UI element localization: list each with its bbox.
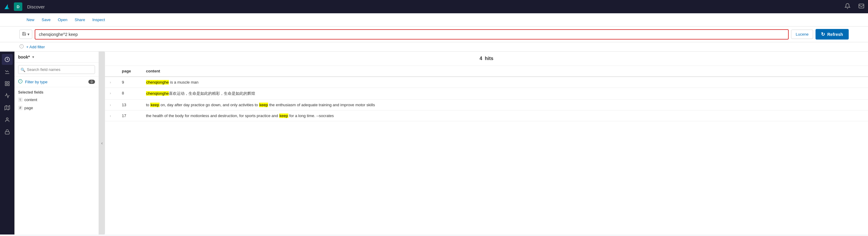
field-item-content[interactable]: t content bbox=[14, 96, 99, 104]
share-button[interactable]: Share bbox=[74, 18, 85, 22]
table-row: ›13to keep on, day after day practice go… bbox=[105, 99, 868, 111]
search-field-wrap: 🔍 bbox=[14, 63, 99, 77]
filter-bar: + Add filter bbox=[0, 42, 868, 52]
hits-label: hits bbox=[485, 56, 493, 61]
filter-type-label: Filter by type bbox=[25, 80, 86, 84]
content-col-header: content bbox=[141, 66, 868, 77]
save-icon bbox=[22, 32, 26, 37]
mail-icon[interactable] bbox=[858, 3, 864, 10]
table-row: ›9chenqionghe is a muscle man bbox=[105, 77, 868, 88]
results-table: page content ›9chenqionghe is a muscle m… bbox=[105, 66, 868, 121]
search-field-inner: 🔍 bbox=[18, 65, 95, 74]
table-row: ›17the health of the body for motionless… bbox=[105, 111, 868, 121]
field-panel: book* ▾ 🔍 Filter by type 0 Selected fiel… bbox=[14, 52, 99, 235]
highlight-term: chenqionghe bbox=[146, 91, 169, 96]
refresh-icon: ↻ bbox=[821, 31, 825, 37]
notifications-icon[interactable] bbox=[844, 3, 850, 10]
query-input-wrap bbox=[35, 29, 789, 39]
results-tbody: ›9chenqionghe is a muscle man›8chenqiong… bbox=[105, 77, 868, 121]
expand-cell[interactable]: › bbox=[105, 111, 117, 121]
page-col-header: page bbox=[117, 66, 141, 77]
field-item-page[interactable]: # page bbox=[14, 104, 99, 112]
svg-rect-6 bbox=[7, 82, 9, 83]
page-cell: 8 bbox=[117, 88, 141, 99]
content-cell: chenqionghe喜欢运动，生命是如此的精彩，生命是如此的辉煌 bbox=[141, 88, 868, 99]
svg-rect-0 bbox=[859, 4, 864, 8]
highlight-term: keep bbox=[259, 102, 268, 107]
expand-button[interactable]: › bbox=[110, 103, 111, 107]
index-pattern-label: book* bbox=[18, 55, 30, 59]
index-pattern-header[interactable]: book* ▾ bbox=[14, 52, 99, 63]
svg-marker-9 bbox=[4, 106, 10, 110]
save-query-button[interactable]: ▾ bbox=[19, 30, 32, 39]
filter-by-type-row[interactable]: Filter by type 0 bbox=[14, 77, 99, 87]
svg-rect-5 bbox=[5, 82, 7, 83]
new-button[interactable]: New bbox=[27, 18, 34, 22]
field-type-hash: # bbox=[18, 106, 23, 110]
query-input[interactable] bbox=[35, 29, 789, 39]
inspect-button[interactable]: Inspect bbox=[92, 18, 105, 22]
svg-rect-8 bbox=[7, 84, 9, 86]
sidebar-item-security[interactable] bbox=[2, 126, 13, 137]
content-cell: to keep on, day after day practice go do… bbox=[141, 99, 868, 111]
hits-header: 4 hits bbox=[105, 52, 868, 66]
field-name-page: page bbox=[25, 106, 33, 110]
sidebar-item-timelion[interactable] bbox=[2, 90, 13, 101]
user-avatar[interactable]: D bbox=[14, 2, 22, 11]
panel-collapse-button[interactable]: ‹ bbox=[99, 52, 105, 235]
save-button[interactable]: Save bbox=[42, 18, 51, 22]
add-filter-button[interactable]: + Add filter bbox=[26, 45, 45, 49]
page-cell: 9 bbox=[117, 77, 141, 88]
results-thead: page content bbox=[105, 66, 868, 77]
sidebar-item-users[interactable] bbox=[2, 114, 13, 125]
sidebar-item-visualize[interactable] bbox=[2, 66, 13, 77]
hits-count: 4 bbox=[479, 56, 482, 61]
query-bar: ▾ Lucene ↻ Refresh bbox=[0, 27, 868, 42]
collapse-left-icon: ‹ bbox=[101, 141, 103, 145]
results-header-row: page content bbox=[105, 66, 868, 77]
expand-button[interactable]: › bbox=[110, 91, 111, 95]
content-cell: the health of the body for motionless an… bbox=[141, 111, 868, 121]
results-area: 4 hits page content ›9chenqionghe is a m… bbox=[105, 52, 868, 235]
svg-rect-7 bbox=[5, 84, 7, 86]
sidebar-item-dashboard[interactable] bbox=[2, 78, 13, 89]
highlight-term: keep bbox=[150, 102, 159, 107]
dropdown-arrow-icon: ▾ bbox=[27, 32, 30, 36]
main-layout: book* ▾ 🔍 Filter by type 0 Selected fiel… bbox=[0, 52, 868, 235]
page-title: Discover bbox=[27, 4, 44, 9]
expand-col-header bbox=[105, 66, 117, 77]
expand-cell[interactable]: › bbox=[105, 88, 117, 99]
page-cell: 17 bbox=[117, 111, 141, 121]
selected-fields-label: Selected fields bbox=[14, 87, 99, 96]
field-name-content: content bbox=[25, 97, 37, 102]
index-pattern-chevron: ▾ bbox=[32, 55, 34, 59]
table-row: ›8chenqionghe喜欢运动，生命是如此的精彩，生命是如此的辉煌 bbox=[105, 88, 868, 99]
search-field-icon: 🔍 bbox=[21, 67, 25, 72]
sidebar-item-discover[interactable] bbox=[2, 54, 13, 65]
highlight-term: keep bbox=[279, 114, 288, 118]
svg-rect-13 bbox=[5, 131, 9, 134]
query-save-area: ▾ bbox=[19, 30, 32, 39]
sidebar-item-maps[interactable] bbox=[2, 102, 13, 113]
filter-icon bbox=[19, 44, 24, 50]
expand-button[interactable]: › bbox=[110, 114, 111, 118]
expand-cell[interactable]: › bbox=[105, 99, 117, 111]
field-type-t: t bbox=[18, 97, 23, 102]
nav-bar: New Save Open Share Inspect bbox=[0, 13, 868, 27]
svg-point-12 bbox=[6, 118, 8, 119]
refresh-button[interactable]: ↻ Refresh bbox=[815, 29, 849, 39]
page-cell: 13 bbox=[117, 99, 141, 111]
filter-type-icon bbox=[18, 79, 23, 85]
kibana-logo bbox=[4, 3, 10, 10]
expand-button[interactable]: › bbox=[110, 80, 111, 85]
top-bar: D Discover bbox=[0, 0, 868, 13]
search-field-input[interactable] bbox=[18, 65, 95, 74]
lucene-button[interactable]: Lucene bbox=[791, 30, 813, 39]
icon-sidebar bbox=[0, 52, 14, 235]
open-button[interactable]: Open bbox=[58, 18, 67, 22]
filter-type-badge: 0 bbox=[88, 80, 95, 84]
highlight-term: chenqionghe bbox=[146, 80, 169, 85]
expand-cell[interactable]: › bbox=[105, 77, 117, 88]
content-cell: chenqionghe is a muscle man bbox=[141, 77, 868, 88]
